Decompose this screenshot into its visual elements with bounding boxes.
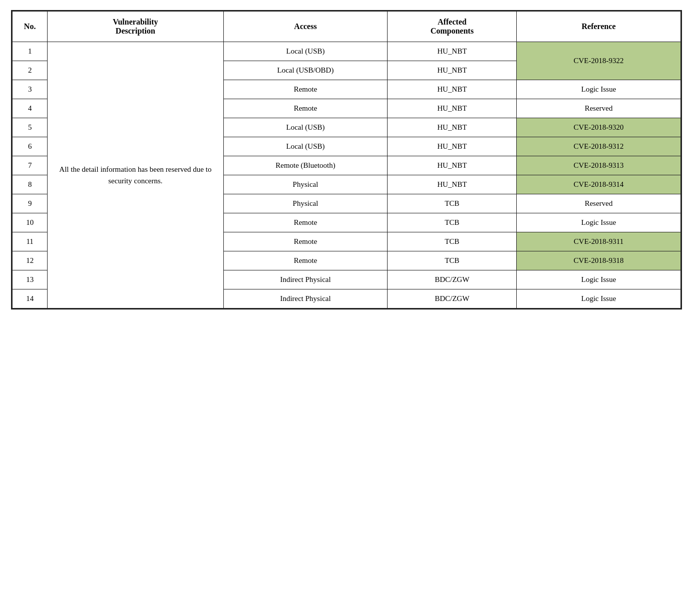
- cell-no: 5: [13, 118, 48, 137]
- cell-reference: CVE-2018-9322: [517, 42, 681, 80]
- header-no: No.: [13, 12, 48, 42]
- cell-affected: HU_NBT: [388, 61, 517, 80]
- header-reference-label: Reference: [581, 22, 615, 31]
- cell-reference: Reserved: [517, 194, 681, 213]
- cell-affected: TCB: [388, 213, 517, 232]
- cell-access: Remote: [223, 99, 388, 118]
- cell-no: 3: [13, 80, 48, 99]
- cell-no: 12: [13, 251, 48, 270]
- cell-access: Physical: [223, 194, 388, 213]
- cell-description: All the detail information has been rese…: [48, 42, 223, 309]
- cell-no: 10: [13, 213, 48, 232]
- cell-access: Remote (Bluetooth): [223, 156, 388, 175]
- table-row: 1All the detail information has been res…: [13, 42, 681, 61]
- cell-reference: Logic Issue: [517, 289, 681, 309]
- cell-access: Remote: [223, 213, 388, 232]
- cell-reference: CVE-2018-9318: [517, 251, 681, 270]
- cell-affected: HU_NBT: [388, 118, 517, 137]
- cell-no: 14: [13, 289, 48, 309]
- cell-access: Local (USB): [223, 118, 388, 137]
- cell-reference: CVE-2018-9314: [517, 175, 681, 194]
- cell-affected: HU_NBT: [388, 42, 517, 61]
- header-access: Access: [223, 12, 388, 42]
- header-description: VulnerabilityDescription: [48, 12, 223, 42]
- cell-reference: Logic Issue: [517, 270, 681, 289]
- cell-affected: BDC/ZGW: [388, 289, 517, 309]
- cell-access: Indirect Physical: [223, 289, 388, 309]
- header-affected: AffectedComponents: [388, 12, 517, 42]
- cell-reference: CVE-2018-9311: [517, 232, 681, 251]
- cell-no: 4: [13, 99, 48, 118]
- cell-reference: CVE-2018-9312: [517, 137, 681, 156]
- cell-no: 13: [13, 270, 48, 289]
- header-description-label: VulnerabilityDescription: [113, 18, 158, 35]
- cell-affected: HU_NBT: [388, 80, 517, 99]
- cell-affected: HU_NBT: [388, 137, 517, 156]
- cell-no: 1: [13, 42, 48, 61]
- vulnerability-table: No. VulnerabilityDescription Access Affe…: [11, 10, 682, 310]
- cell-access: Physical: [223, 175, 388, 194]
- cell-access: Indirect Physical: [223, 270, 388, 289]
- cell-access: Remote: [223, 251, 388, 270]
- cell-no: 6: [13, 137, 48, 156]
- cell-no: 9: [13, 194, 48, 213]
- header-affected-label: AffectedComponents: [431, 18, 474, 35]
- cell-access: Local (USB/OBD): [223, 61, 388, 80]
- cell-no: 7: [13, 156, 48, 175]
- cell-reference: CVE-2018-9313: [517, 156, 681, 175]
- cell-no: 8: [13, 175, 48, 194]
- cell-affected: TCB: [388, 251, 517, 270]
- cell-no: 2: [13, 61, 48, 80]
- header-reference: Reference: [517, 12, 681, 42]
- cell-access: Remote: [223, 80, 388, 99]
- cell-access: Local (USB): [223, 137, 388, 156]
- cell-affected: HU_NBT: [388, 99, 517, 118]
- cell-no: 11: [13, 232, 48, 251]
- cell-affected: BDC/ZGW: [388, 270, 517, 289]
- cell-reference: Reserved: [517, 99, 681, 118]
- cell-affected: HU_NBT: [388, 156, 517, 175]
- cell-reference: CVE-2018-9320: [517, 118, 681, 137]
- cell-reference: Logic Issue: [517, 213, 681, 232]
- cell-access: Local (USB): [223, 42, 388, 61]
- cell-access: Remote: [223, 232, 388, 251]
- cell-affected: TCB: [388, 232, 517, 251]
- cell-affected: HU_NBT: [388, 175, 517, 194]
- header-access-label: Access: [294, 22, 316, 31]
- cell-reference: Logic Issue: [517, 80, 681, 99]
- cell-affected: TCB: [388, 194, 517, 213]
